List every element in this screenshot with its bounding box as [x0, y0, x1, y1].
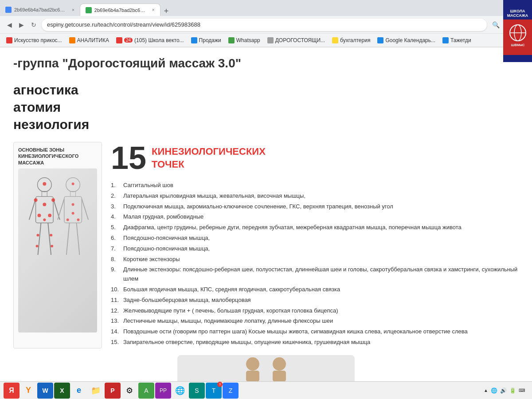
- tab-active[interactable]: 2b69e6b4a7bad2bc67b9ea9c00... ×: [80, 4, 160, 16]
- bookmark-label: Google Календарь...: [385, 37, 435, 43]
- kine-list-item: 4.Малая грудная, ромбовидные: [111, 212, 519, 222]
- back-button[interactable]: ◀: [5, 20, 14, 30]
- search-button[interactable]: 🔍: [490, 20, 501, 30]
- bookmark-item[interactable]: Искусство прикос...: [4, 36, 65, 44]
- svg-line-9: [38, 223, 41, 255]
- whatsapp-icon: [228, 37, 235, 43]
- preview-area: [177, 355, 355, 382]
- section-heading-3: незиология: [13, 116, 519, 133]
- svg-point-31: [72, 212, 74, 215]
- tray-chevron[interactable]: ▲: [484, 388, 488, 393]
- bookmark-label: (105) Школа векто...: [134, 37, 184, 43]
- telegram-badge: 3: [217, 382, 223, 387]
- svg-rect-35: [246, 371, 259, 382]
- svg-rect-5: [42, 191, 47, 196]
- body-diagram: [18, 168, 97, 332]
- content-area: ОСНОВНЫЕ ЗОНЫ КИНЕЗИОЛОГИЧЕСКОГО МАССАЖА: [13, 142, 519, 348]
- svg-point-13: [51, 198, 55, 202]
- kine-list-item: 12.Желчевыводящие пути + ( печень, больш…: [111, 306, 519, 316]
- taskbar-excel[interactable]: X: [54, 383, 70, 399]
- address-input[interactable]: [42, 19, 487, 31]
- bookmark-item[interactable]: бухгалтерия: [329, 36, 373, 44]
- tab-close-btn[interactable]: ×: [72, 8, 74, 12]
- taskbar-telegram[interactable]: T 3: [206, 383, 222, 399]
- preview-svg: [222, 355, 310, 382]
- bookmark-item[interactable]: ДОРОГОСТОЯЩИ...: [265, 36, 328, 44]
- browser-chrome: 2b69e6b4a7bad2bc67b9ea9c00... × 2b69e6b4…: [0, 0, 532, 47]
- bookmark-label: Искусство прикос...: [14, 37, 62, 43]
- taskbar-yandex-browser[interactable]: Y: [20, 383, 36, 399]
- tab-title-active: 2b69e6b4a7bad2bc67b9ea9c00...: [94, 8, 148, 13]
- taskbar-edge[interactable]: e: [71, 383, 87, 399]
- bookmark-badge: 24: [124, 38, 133, 43]
- taskbar-zoom[interactable]: Z: [223, 383, 239, 399]
- svg-line-27: [66, 223, 70, 255]
- svg-line-26: [82, 199, 88, 219]
- svg-point-11: [43, 182, 46, 186]
- kine-list-item: 13.Лестничные мышцы, мышцы, поднимающие …: [111, 317, 519, 326]
- bookmark-icon: [69, 37, 75, 43]
- bookmark-item[interactable]: 24 (105) Школа векто...: [113, 36, 187, 44]
- tab-inactive[interactable]: 2b69e6b4a7bad2bc67b9ea9c00... ×: [0, 4, 80, 16]
- bookmark-icon: [6, 37, 12, 43]
- page-content: -группа "Дорогостоящий массаж 3.0" агнос…: [0, 47, 532, 382]
- kine-list-item: 1.Саггитальный шов: [111, 181, 519, 190]
- school-badge-top: ШКОЛА МАССАЖА: [503, 7, 532, 20]
- svg-point-30: [72, 203, 74, 206]
- svg-point-12: [34, 198, 38, 202]
- school-label-line1: ШКОЛА: [505, 9, 530, 13]
- page-title: -группа "Дорогостоящий массаж 3.0": [13, 56, 519, 70]
- taskbar-yandex[interactable]: Я: [4, 383, 20, 399]
- taskbar-settings[interactable]: ⚙: [121, 383, 137, 399]
- section-heading-2: атомия: [13, 98, 519, 116]
- kine-header: 15 КИНЕЗИОЛОГИЧЕСКИХ ТОЧЕК: [111, 142, 519, 174]
- tab-close-active-btn[interactable]: ×: [152, 8, 155, 12]
- svg-line-25: [58, 199, 64, 219]
- bookmarks-bar: Искусство прикос... АНАЛИТИКА 24 (105) Ш…: [0, 34, 532, 47]
- taskbar-files[interactable]: 📁: [88, 383, 104, 399]
- kine-list-item: 8.Короткие экстензоры: [111, 255, 519, 264]
- taskbar-app-green[interactable]: A: [138, 383, 154, 399]
- svg-text:ШВМиС: ШВМиС: [511, 43, 524, 47]
- bookmark-item[interactable]: Google Календарь...: [375, 36, 438, 44]
- new-tab-button[interactable]: +: [160, 7, 172, 16]
- svg-point-19: [50, 234, 52, 236]
- tray-sound[interactable]: 🔊: [500, 387, 507, 394]
- svg-point-18: [37, 234, 39, 236]
- kine-list: 1.Саггитальный шов2.Латеральная крыловид…: [111, 181, 519, 347]
- reload-button[interactable]: ↻: [29, 20, 38, 30]
- kine-list-item: 15.Запирательное отверстие, приводящие м…: [111, 338, 519, 347]
- svg-point-36: [273, 357, 286, 371]
- svg-point-34: [246, 357, 259, 371]
- taskbar-chrome[interactable]: 🌐: [172, 383, 188, 399]
- svg-point-33: [77, 219, 80, 221]
- bookmark-item[interactable]: АНАЛИТИКА: [66, 36, 112, 44]
- kine-number: 15: [111, 142, 146, 174]
- tray-battery: 🔋: [509, 387, 516, 394]
- school-label-line2: МАССАЖА: [505, 13, 530, 18]
- school-globe-icon: ШВМиС: [509, 24, 527, 51]
- svg-point-15: [38, 214, 41, 217]
- taskbar-word[interactable]: W: [37, 383, 53, 399]
- bookmark-label: Продажи: [199, 37, 221, 43]
- kine-list-item: 5.Диафрагма, центр грудины, реберные дуг…: [111, 223, 519, 232]
- svg-point-17: [43, 219, 46, 221]
- kine-list-item: 7.Поясдошно-поясничная мышца,: [111, 244, 519, 254]
- svg-point-14: [43, 203, 46, 206]
- forward-button[interactable]: ▶: [17, 20, 26, 30]
- taskbar-powerpoint[interactable]: P: [105, 383, 121, 399]
- kine-list-item: 3.Подключичная мышца, акромиально-ключич…: [111, 202, 519, 211]
- tray-keyboard: ⌨: [519, 388, 525, 393]
- bookmark-icon: [332, 37, 338, 43]
- taskbar-app-purple[interactable]: PP: [155, 383, 171, 399]
- svg-point-21: [51, 245, 53, 247]
- kine-title: КИНЕЗИОЛОГИЧЕСКИХ ТОЧЕК: [152, 145, 266, 171]
- bookmark-item[interactable]: Тажетди: [440, 36, 474, 44]
- taskbar-app-teal[interactable]: S: [189, 383, 205, 399]
- svg-point-20: [36, 245, 39, 247]
- bookmark-label: АНАЛИТИКА: [77, 37, 109, 43]
- bookmark-whatsapp[interactable]: Whatsapp: [226, 36, 263, 44]
- bookmark-icon: [377, 37, 383, 43]
- bookmark-item[interactable]: Продажи: [188, 36, 224, 44]
- svg-point-32: [66, 219, 69, 221]
